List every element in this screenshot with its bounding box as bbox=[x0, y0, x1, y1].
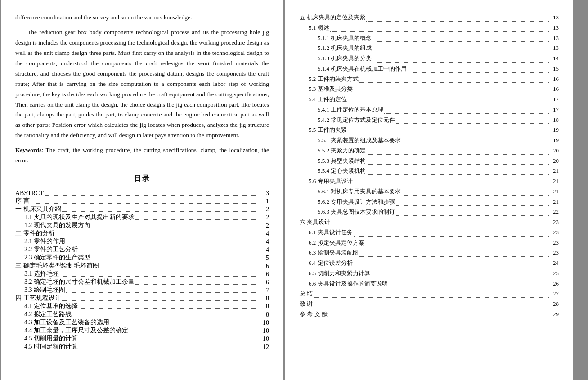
toc-label: 三 确定毛坯类型绘制毛坯简图 bbox=[15, 262, 99, 270]
toc-title: 目录 bbox=[15, 174, 269, 183]
toc-item-right-19: 5.6.3 夹具总图技术要求的制订 22 bbox=[300, 207, 559, 217]
toc-item-left-19: 4.5 时间定额的计算 12 bbox=[15, 343, 269, 351]
toc-page: 8 bbox=[261, 311, 269, 318]
right-toc-dots bbox=[389, 287, 549, 287]
right-toc-dots bbox=[402, 144, 549, 144]
toc-item-right-10: 5.4.2 常见定位方式及定位元件 18 bbox=[300, 115, 559, 125]
toc-label: 4.3 加工设备及工艺装备的选用 bbox=[24, 318, 109, 326]
toc-dots bbox=[91, 228, 260, 228]
right-toc-page: 23 bbox=[550, 217, 559, 228]
toc-dots bbox=[60, 276, 260, 277]
toc-item-right-6: 5.2 工件的装夹方式 16 bbox=[300, 74, 559, 85]
right-toc-label: 6.2 拟定夹具定位方案 bbox=[309, 238, 364, 248]
toc-item-right-20: 六 夹具设计 23 bbox=[300, 217, 559, 228]
toc-page: 6 bbox=[261, 271, 269, 278]
right-toc-page: 13 bbox=[550, 13, 559, 23]
right-toc-page: 29 bbox=[550, 309, 559, 320]
toc-label: 2.3 确定零件的生产类型 bbox=[24, 254, 90, 262]
right-toc-dots bbox=[314, 297, 549, 298]
toc-page: 10 bbox=[261, 335, 269, 343]
toc-item-right-27: 总 结 27 bbox=[300, 289, 559, 299]
toc-page: 1 bbox=[261, 198, 269, 205]
toc-item-right-18: 5.6.2 专用夹具设计方法和步骤 21 bbox=[300, 197, 559, 207]
right-toc-page: 21 bbox=[550, 176, 559, 187]
right-toc-dots bbox=[314, 308, 549, 308]
right-toc-label: 5.6.1 对机床专用夹具的基本要求 bbox=[318, 187, 401, 197]
toc-page: 6 bbox=[261, 263, 269, 270]
right-toc-page: 15 bbox=[550, 64, 559, 74]
right-toc-dots bbox=[373, 41, 549, 42]
right-toc-dots bbox=[396, 123, 549, 124]
toc-item-left-4: 1.2 现代夹具的发展方向 2 bbox=[15, 221, 269, 229]
toc-item-right-26: 6.6 夹具设计及操作的简要说明 26 bbox=[300, 279, 559, 289]
right-toc-dots bbox=[366, 21, 549, 22]
right-toc-label: 6.1 夹具设计任务 bbox=[309, 228, 353, 238]
toc-item-right-23: 6.3 绘制夹具装配图 23 bbox=[300, 248, 559, 258]
toc-label: 4.2 拟定工艺路线 bbox=[24, 310, 72, 318]
right-toc-dots bbox=[367, 154, 549, 155]
right-toc-dots bbox=[354, 93, 549, 93]
right-toc-label: 6.6 夹具设计及操作的简要说明 bbox=[309, 279, 388, 289]
toc-label: 3.2 确定毛坯的尺寸公差和机械加工余量 bbox=[24, 278, 135, 286]
right-toc-page: 20 bbox=[550, 146, 559, 156]
right-toc-dots bbox=[359, 256, 549, 257]
right-toc-label: 5.1.4 机床夹具在机械加工中的作用 bbox=[318, 64, 407, 74]
right-toc-label: 六 夹具设计 bbox=[300, 217, 330, 228]
toc-label: 4.5 切削用量的计算 bbox=[24, 335, 78, 343]
right-toc-label: 5.1.3 机床夹具的分类 bbox=[318, 54, 372, 64]
right-toc-label: 5.5.1 夹紧装置的组成及基本要求 bbox=[318, 135, 401, 146]
toc-dots bbox=[100, 268, 260, 268]
right-toc-page: 23 bbox=[550, 238, 559, 248]
abstract-paragraph-1: difference coordination and the survey a… bbox=[15, 13, 269, 23]
right-toc-page: 16 bbox=[550, 84, 559, 94]
right-toc-page: 17 bbox=[550, 94, 559, 105]
right-toc-label: 5.6 专用夹具设计 bbox=[309, 176, 353, 187]
keywords-text: : The craft, the working procedure, the … bbox=[15, 147, 269, 164]
toc-dots bbox=[79, 252, 260, 252]
toc-page: 3 bbox=[261, 190, 269, 197]
toc-page: 2 bbox=[261, 222, 269, 229]
right-toc-page: 21 bbox=[550, 187, 559, 197]
toc-page: 2 bbox=[261, 206, 269, 213]
right-toc-page: 24 bbox=[550, 258, 559, 268]
toc-item-right-25: 6.5 切削力和夹紧力计算 25 bbox=[300, 268, 559, 279]
toc-dots bbox=[66, 244, 260, 244]
toc-dots bbox=[135, 219, 260, 220]
toc-item-right-4: 5.1.3 机床夹具的分类 14 bbox=[300, 54, 559, 64]
right-toc-label: 5.1.2 机床夹具的组成 bbox=[318, 43, 372, 54]
right-toc-label: 6.3 绘制夹具装配图 bbox=[309, 248, 359, 258]
toc-item-left-17: 4.4 加工余量，工序尺寸及公差的确定 10 bbox=[15, 326, 269, 335]
toc-item-left-6: 2.1 零件的作用 4 bbox=[15, 237, 269, 246]
right-toc-label: 5.1 概述 bbox=[309, 23, 329, 33]
toc-item-left-9: 三 确定毛坯类型绘制毛坯简图 6 bbox=[15, 262, 269, 270]
right-toc-label: 五 机床夹具的定位及夹紧 bbox=[300, 13, 365, 23]
right-toc-page: 23 bbox=[550, 228, 559, 238]
toc-page: 2 bbox=[261, 214, 269, 221]
toc-item-right-2: 5.1.1 机床夹具的概念 13 bbox=[300, 33, 559, 44]
toc-page: 6 bbox=[261, 279, 269, 286]
right-toc-page: 13 bbox=[550, 33, 559, 44]
toc-page: 4 bbox=[261, 230, 269, 237]
toc-item-left-14: 4.1 定位基准的选择 8 bbox=[15, 302, 269, 310]
right-toc-page: 21 bbox=[550, 166, 559, 176]
toc-item-left-0: ABSTRCT 3 bbox=[15, 190, 269, 197]
right-page: 五 机床夹具的定位及夹紧 13 5.1 概述 13 5.1.1 机床夹具的概念 … bbox=[285, 0, 573, 380]
right-toc-page: 13 bbox=[550, 43, 559, 54]
toc-label: 1.2 现代夹具的发展方向 bbox=[24, 221, 90, 229]
right-toc-label: 5.6.2 专用夹具设计方法和步骤 bbox=[318, 197, 395, 207]
toc-item-right-13: 5.5.2 夹紧力的确定 20 bbox=[300, 146, 559, 156]
toc-item-right-15: 5.5.4 定心夹紧机构 21 bbox=[300, 166, 559, 176]
toc-page: 10 bbox=[261, 327, 269, 335]
toc-item-left-18: 4.5 切削用量的计算 10 bbox=[15, 335, 269, 343]
toc-item-left-15: 4.2 拟定工艺路线 8 bbox=[15, 310, 269, 318]
toc-item-right-7: 5.3 基准及其分类 16 bbox=[300, 84, 559, 94]
toc-item-left-7: 2.2 零件的工艺分析 4 bbox=[15, 246, 269, 254]
toc-item-left-1: 序 言 1 bbox=[15, 197, 269, 205]
keywords-label: Keywords bbox=[15, 147, 42, 153]
right-toc-dots bbox=[367, 174, 549, 175]
toc-page: 8 bbox=[261, 303, 269, 310]
right-toc-label: 5.2 工件的装夹方式 bbox=[309, 74, 359, 85]
toc-label: 2.1 零件的作用 bbox=[24, 237, 65, 246]
right-toc-dots bbox=[348, 134, 549, 134]
right-toc-page: 13 bbox=[550, 23, 559, 33]
